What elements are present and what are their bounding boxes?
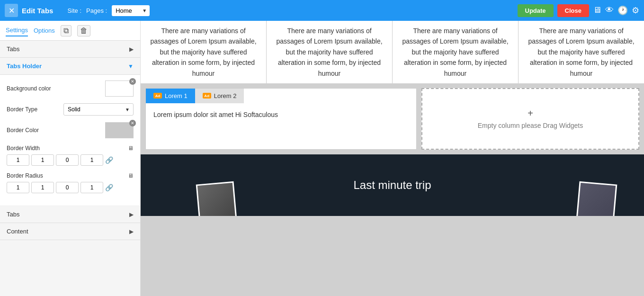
panel-title-area: ✕ Edit Tabs (5, 4, 53, 17)
border-color-label: Border Color (7, 127, 105, 134)
top-bar: ✕ Edit Tabs Site : Pages : Home About Co… (0, 0, 644, 21)
border-color-picker[interactable]: ✕ (105, 122, 134, 138)
border-radius-top-left[interactable] (7, 182, 29, 193)
tabs2-section-arrow: ▶ (129, 211, 134, 218)
content-section-title: Content (7, 228, 28, 235)
border-radius-icon: 🖥 (128, 172, 134, 179)
tab1-ad-icon: Ad (153, 93, 162, 99)
tab-btn-2[interactable]: Ad Lorem 2 (195, 89, 244, 103)
site-label: Site : (67, 7, 81, 14)
tabs-holder-content: Background color ✕ Border Type None Soli… (0, 75, 140, 206)
tabs-section-header[interactable]: Tabs ▶ (0, 41, 140, 58)
pages-label: Pages : (86, 7, 107, 14)
lorem-col-1: There are many variations of passages of… (141, 21, 267, 83)
tabs-section-arrow: ▶ (129, 46, 134, 53)
tab-btn-1[interactable]: Ad Lorem 1 (146, 89, 195, 103)
top-bar-right: Update Close 🖥 👁 🕐 ⚙ (518, 4, 639, 17)
border-width-inputs: 🔗 (7, 154, 134, 166)
trash-button[interactable]: 🗑 (77, 25, 90, 36)
border-width-section: Border Width 🖥 🔗 (7, 145, 134, 166)
border-radius-label: Border Radius (7, 172, 126, 179)
tabs-holder-arrow: ▼ (128, 63, 134, 70)
lorem-col-4: There are many variations of passages of… (519, 21, 644, 83)
update-button[interactable]: Update (518, 4, 554, 17)
border-radius-link-icon[interactable]: 🔗 (105, 184, 113, 191)
border-width-bottom[interactable] (56, 154, 79, 166)
border-radius-bottom-right[interactable] (56, 182, 79, 193)
last-minute-section: Last minute trip (141, 154, 644, 216)
copy-button[interactable]: ⧉ (61, 25, 72, 36)
border-radius-top-right[interactable] (31, 182, 54, 193)
tab-options[interactable]: Options (34, 25, 55, 36)
bg-color-row: Background color ✕ (7, 81, 134, 97)
history-icon[interactable]: 🕐 (617, 5, 628, 16)
tab2-label: Lorem 2 (214, 92, 237, 99)
empty-col-plus: + (528, 108, 533, 119)
content-section-header[interactable]: Content ▶ (0, 223, 140, 240)
border-type-select[interactable]: None Solid Dashed Dotted (63, 103, 134, 116)
tabs-holder-section-header[interactable]: Tabs Holder ▼ (0, 58, 140, 75)
tabs-nav: Ad Lorem 1 Ad Lorem 2 (146, 89, 416, 103)
bg-color-clear[interactable]: ✕ (129, 78, 136, 85)
close-button[interactable]: Close (557, 4, 589, 17)
border-type-wrapper[interactable]: None Solid Dashed Dotted ▼ (63, 103, 134, 116)
tabs-widget: Ad Lorem 1 Ad Lorem 2 Lorem ipsum dolor … (145, 88, 417, 150)
panel-close-button[interactable]: ✕ (5, 4, 18, 17)
lorem-col-3: There are many variations of passages of… (393, 21, 519, 83)
tabs2-section-title: Tabs (7, 211, 19, 218)
border-radius-inputs: 🔗 (7, 182, 134, 193)
sitemap-icon[interactable]: ⚙ (632, 5, 639, 16)
border-type-row: Border Type None Solid Dashed Dotted ▼ (7, 103, 134, 116)
tab-settings[interactable]: Settings (6, 25, 28, 36)
bg-color-picker[interactable]: ✕ (105, 81, 134, 97)
border-width-left[interactable] (80, 154, 103, 166)
tabs2-section-header[interactable]: Tabs ▶ (0, 206, 140, 223)
tab-content-text: Lorem ipsum dolor sit amet Hi Softaculou… (153, 111, 278, 118)
last-minute-text: Last minute trip (353, 179, 431, 192)
main-content-area: There are many variations of passages of… (141, 21, 644, 296)
border-color-clear[interactable]: ✕ (129, 120, 136, 126)
tab-content: Lorem ipsum dolor sit amet Hi Softaculou… (146, 103, 416, 126)
empty-col-text: Empty column please Drag Widgets (478, 122, 583, 129)
panel-title: Edit Tabs (22, 7, 53, 15)
desktop-icon[interactable]: 🖥 (593, 5, 601, 16)
tabs-section-title: Tabs (7, 45, 19, 53)
bg-color-label: Background color (7, 85, 105, 92)
border-width-link-icon[interactable]: 🔗 (105, 156, 113, 164)
eye-icon[interactable]: 👁 (605, 5, 614, 16)
border-type-label: Border Type (7, 106, 63, 113)
lorem-columns-row: There are many variations of passages of… (141, 21, 644, 83)
border-width-right[interactable] (31, 154, 54, 166)
pages-select[interactable]: Home About Contact (112, 5, 150, 16)
tab2-ad-icon: Ad (203, 93, 211, 99)
pages-select-wrapper[interactable]: Home About Contact ▼ (112, 5, 150, 16)
panel-tab-bar: Settings Options ⧉ 🗑 (0, 21, 140, 41)
border-color-row: Border Color ✕ (7, 122, 134, 138)
border-width-top[interactable] (7, 154, 29, 166)
empty-column-widget[interactable]: + Empty column please Drag Widgets (421, 88, 639, 150)
left-panel: Settings Options ⧉ 🗑 Tabs ▶ Tabs Holder … (0, 21, 141, 296)
border-width-label: Border Width (7, 145, 126, 152)
tabs-holder-section-title: Tabs Holder (7, 63, 42, 70)
widget-row: Ad Lorem 1 Ad Lorem 2 Lorem ipsum dolor … (141, 83, 644, 154)
lorem-col-2: There are many variations of passages of… (267, 21, 393, 83)
top-bar-icons: 🖥 👁 🕐 ⚙ (593, 5, 639, 16)
border-radius-section: Border Radius 🖥 🔗 (7, 172, 134, 193)
photo-card-right (576, 181, 617, 216)
photo-card-left (196, 181, 237, 216)
border-radius-bottom-left[interactable] (80, 182, 103, 193)
border-width-icon: 🖥 (128, 145, 134, 152)
content-section-arrow: ▶ (129, 228, 134, 235)
tab1-label: Lorem 1 (165, 92, 188, 99)
